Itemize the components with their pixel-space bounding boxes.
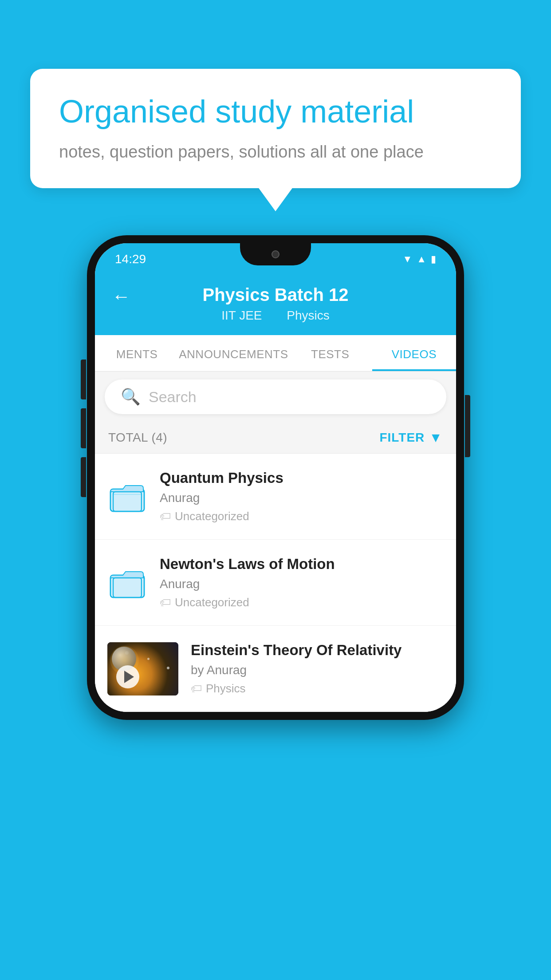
list-item[interactable]: Quantum Physics Anurag 🏷 Uncategorized [95, 454, 456, 540]
folder-icon [110, 567, 145, 598]
video-tag: 🏷 Uncategorized [160, 510, 444, 523]
app-bar-subtitle: IIT JEE Physics [216, 308, 335, 323]
search-placeholder: Search [149, 388, 197, 406]
folder-icon-wrap [107, 477, 147, 517]
video-info: Newton's Laws of Motion Anurag 🏷 Uncateg… [160, 556, 444, 609]
wifi-icon: ▼ [402, 253, 412, 265]
video-author: Anurag [160, 491, 444, 505]
phone-body: 14:29 ▼ ▲ ▮ ← Physics Batch 12 IIT JEE P… [87, 235, 464, 720]
app-bar-title: Physics Batch 12 [202, 285, 348, 305]
video-info: Quantum Physics Anurag 🏷 Uncategorized [160, 470, 444, 523]
video-tag: 🏷 Uncategorized [160, 596, 444, 609]
status-bar: 14:29 ▼ ▲ ▮ [95, 243, 456, 275]
tag-label: Uncategorized [175, 510, 249, 523]
speech-bubble-card: Organised study material notes, question… [30, 69, 521, 188]
filter-label: FILTER [379, 431, 425, 445]
status-time: 14:29 [115, 252, 146, 266]
camera-dot [272, 250, 279, 258]
tag-icon: 🏷 [160, 510, 171, 523]
total-count: TOTAL (4) [108, 431, 167, 445]
signal-icon: ▲ [417, 253, 426, 265]
tab-bar: MENTS ANNOUNCEMENTS TESTS VIDEOS [95, 335, 456, 371]
search-input-wrap[interactable]: 🔍 Search [105, 379, 446, 414]
phone-screen: 14:29 ▼ ▲ ▮ ← Physics Batch 12 IIT JEE P… [95, 243, 456, 712]
subtitle-iitjee: IIT JEE [221, 308, 262, 322]
bubble-subtitle: notes, question papers, solutions all at… [59, 142, 492, 162]
tag-label: Physics [206, 682, 246, 695]
folder-icon-container [107, 556, 147, 609]
video-tag: 🏷 Physics [191, 682, 444, 695]
subtitle-physics: Physics [287, 308, 329, 322]
video-author: Anurag [160, 577, 444, 591]
tab-tests[interactable]: TESTS [288, 335, 372, 371]
battery-icon: ▮ [431, 253, 436, 265]
phone-frame: 14:29 ▼ ▲ ▮ ← Physics Batch 12 IIT JEE P… [87, 235, 464, 720]
star-decoration [167, 667, 169, 669]
back-button[interactable]: ← [112, 286, 130, 307]
list-item[interactable]: Einstein's Theory Of Relativity by Anura… [95, 626, 456, 712]
bubble-title: Organised study material [59, 93, 492, 130]
tab-ments[interactable]: MENTS [95, 335, 179, 371]
video-author: by Anurag [191, 663, 444, 677]
tag-label: Uncategorized [175, 596, 249, 609]
play-triangle-icon [124, 671, 134, 683]
search-bar-container: 🔍 Search [95, 371, 456, 422]
folder-icon-container [107, 470, 147, 523]
status-icons: ▼ ▲ ▮ [402, 253, 436, 265]
folder-icon-wrap [107, 563, 147, 603]
thumb-background [107, 642, 178, 695]
search-icon: 🔍 [121, 387, 141, 406]
filter-funnel-icon: ▼ [429, 430, 443, 445]
video-info: Einstein's Theory Of Relativity by Anura… [191, 642, 444, 695]
video-list: Quantum Physics Anurag 🏷 Uncategorized [95, 454, 456, 712]
video-title: Quantum Physics [160, 470, 444, 486]
svg-rect-4 [113, 578, 142, 597]
tab-announcements[interactable]: ANNOUNCEMENTS [179, 335, 288, 371]
app-bar: ← Physics Batch 12 IIT JEE Physics [95, 275, 456, 335]
video-title: Newton's Laws of Motion [160, 556, 444, 573]
tab-videos[interactable]: VIDEOS [372, 335, 456, 371]
video-title: Einstein's Theory Of Relativity [191, 642, 444, 659]
filter-button[interactable]: FILTER ▼ [379, 430, 443, 445]
play-button[interactable] [116, 665, 139, 688]
list-item[interactable]: Newton's Laws of Motion Anurag 🏷 Uncateg… [95, 540, 456, 626]
folder-icon [110, 481, 145, 512]
tag-icon: 🏷 [160, 596, 171, 609]
tag-icon: 🏷 [191, 682, 202, 695]
star-decoration [147, 658, 150, 660]
notch [240, 243, 311, 265]
video-thumbnail [107, 642, 178, 695]
filter-bar: TOTAL (4) FILTER ▼ [95, 422, 456, 454]
